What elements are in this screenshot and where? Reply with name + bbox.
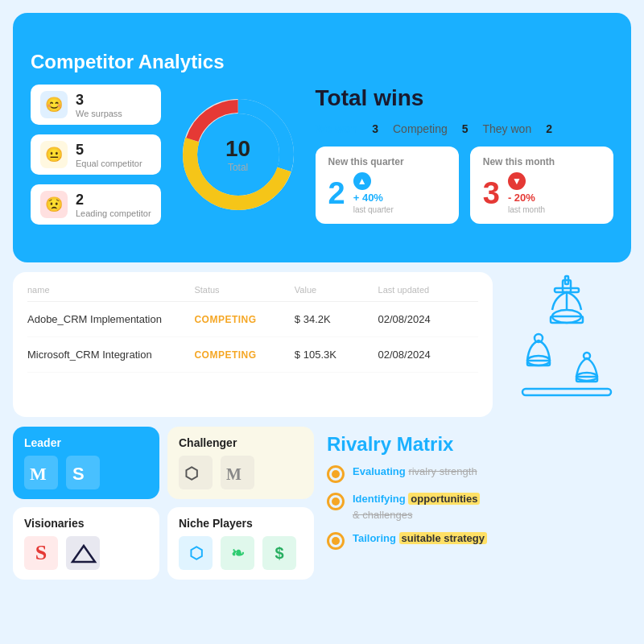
leader-title: Leader	[24, 436, 148, 449]
rivalry-item-3: Tailoring suitable strategy	[327, 530, 628, 550]
they-won-value: 2	[546, 122, 552, 135]
top-card: Competitor Analytics 😊 3 We surpass 😐	[13, 13, 631, 262]
surpass-label: We surpass	[76, 109, 122, 118]
logo-leaf: ❧	[221, 536, 254, 570]
we-won-label: We won	[316, 122, 358, 135]
legend-equal: 😐 5 Equal competitor	[31, 134, 161, 175]
rivalry-panel: Rivalry Matrix Evaluating rivalry streng…	[324, 427, 631, 580]
visionaries-title: Visionaries	[24, 517, 148, 530]
svg-text:M: M	[226, 465, 242, 483]
table-row: Microsoft_CRM Integration COMPETING $ 10…	[27, 337, 478, 373]
we-won-value: 3	[372, 122, 378, 135]
quarter-sub: last quarter	[353, 205, 394, 214]
rivalry-title: Rivalry Matrix	[327, 433, 628, 456]
competing-label: Competing	[393, 122, 448, 135]
main-container: Competitor Analytics 😊 3 We surpass 😐	[0, 0, 644, 644]
row2-value: $ 105.3K	[295, 349, 378, 361]
month-down-arrow: ▼	[508, 172, 526, 190]
col-name: name	[27, 285, 194, 295]
rivalry-tailoring: Tailoring	[353, 532, 396, 544]
rivalry-dot-1	[327, 465, 345, 483]
table-card: name Status Value Last updated Adobe_CRM…	[13, 272, 493, 417]
page-title: Competitor Analytics	[31, 51, 613, 73]
leading-number: 2	[76, 192, 151, 208]
visionaries-logos: S	[24, 536, 148, 570]
quarter-title: New this quarter	[328, 156, 446, 167]
logo-s: S	[66, 456, 100, 489]
total-wins-title: Total wins	[316, 85, 613, 111]
month-sub: last month	[508, 205, 545, 214]
rivalry-identifying: Identifying	[353, 493, 406, 505]
matrix-leader: Leader M S	[13, 427, 159, 499]
matrix-grid: Leader M S Challenger ⬡	[13, 427, 314, 580]
logo-arrow	[66, 536, 100, 570]
niche-title: Niche Players	[179, 517, 303, 530]
svg-rect-16	[522, 389, 611, 395]
col-status: Status	[194, 285, 294, 295]
rivalry-strength: rivalry strength	[408, 465, 477, 477]
surpass-icon: 😊	[40, 91, 68, 118]
row1-status: COMPETING	[194, 314, 294, 325]
table-row: Adobe_CRM Implementation COMPETING $ 34.…	[27, 302, 478, 337]
logo-m: M	[24, 456, 58, 489]
row1-name: Adobe_CRM Implementation	[27, 313, 194, 325]
rivalry-strategy: suitable strategy	[399, 532, 487, 544]
row1-value: $ 34.2K	[295, 313, 378, 325]
rivalry-opportunities: opportunities	[408, 493, 480, 505]
logo-m2: M	[221, 456, 254, 489]
row2-name: Microsoft_CRM Integration	[27, 349, 194, 361]
legend-leading: 😟 2 Leading competitor	[31, 184, 161, 225]
new-this-month-box: New this month 3 ▼ - 20% last month	[470, 147, 613, 224]
donut-chart: 10 Total	[174, 90, 303, 219]
leader-logos: M S	[24, 456, 148, 489]
quarter-value: 2	[328, 176, 345, 211]
new-this-quarter-box: New this quarter 2 ▲ + 40% last quarter	[316, 147, 459, 224]
svg-text:⬡: ⬡	[184, 464, 198, 482]
legend-surpass: 😊 3 We surpass	[31, 85, 161, 125]
equal-label: Equal competitor	[76, 159, 142, 168]
row1-updated: 02/08/2024	[378, 313, 478, 325]
quarter-month-row: New this quarter 2 ▲ + 40% last quarter	[316, 147, 613, 224]
logo-s2: S	[24, 536, 58, 570]
month-pct: - 20%	[508, 192, 545, 204]
middle-section: name Status Value Last updated Adobe_CRM…	[13, 272, 631, 417]
col-value: Value	[295, 285, 378, 295]
logo-hex2: ⬡	[179, 536, 213, 570]
quarter-up-arrow: ▲	[353, 172, 371, 190]
col-updated: Last updated	[378, 285, 478, 295]
quarter-pct: + 40%	[353, 192, 394, 204]
table-header: name Status Value Last updated	[27, 285, 478, 302]
chess-illustration	[502, 272, 631, 417]
leading-label: Leading competitor	[76, 208, 151, 218]
wins-row: We won 3 Competing 5 They won 2	[316, 122, 613, 135]
competing-value: 5	[462, 122, 469, 135]
svg-rect-5	[563, 280, 571, 292]
row2-updated: 02/08/2024	[378, 349, 478, 361]
rivalry-challenges: & challenges	[353, 509, 412, 521]
logo-coin: $	[262, 536, 296, 570]
matrix-challenger: Challenger ⬡ M	[167, 427, 314, 499]
donut-svg	[174, 90, 303, 219]
challenger-logos: ⬡ M	[179, 456, 303, 489]
rivalry-evaluating: Evaluating	[353, 465, 406, 477]
svg-point-14	[584, 353, 590, 359]
rivalry-item-2: Identifying opportunities & challenges	[327, 491, 628, 522]
matrix-visionaries: Visionaries S	[13, 507, 159, 580]
month-title: New this month	[483, 156, 601, 167]
svg-text:M: M	[30, 464, 47, 484]
logo-hex: ⬡	[179, 456, 213, 489]
rivalry-item-1: Evaluating rivalry strength	[327, 464, 628, 483]
challenger-title: Challenger	[179, 436, 303, 449]
stats-panel: Total wins We won 3 Competing 5 They won…	[316, 85, 613, 224]
surpass-number: 3	[76, 92, 122, 109]
equal-number: 5	[76, 142, 142, 159]
leading-icon: 😟	[40, 191, 68, 218]
rivalry-dot-3	[327, 532, 345, 550]
rivalry-dot-2	[327, 493, 345, 510]
row2-status: COMPETING	[194, 349, 294, 361]
month-value: 3	[483, 176, 500, 211]
matrix-niche: Niche Players ⬡ ❧ $	[167, 507, 314, 580]
svg-text:S: S	[72, 464, 85, 484]
equal-icon: 😐	[40, 141, 68, 168]
they-won-label: They won	[483, 122, 532, 135]
